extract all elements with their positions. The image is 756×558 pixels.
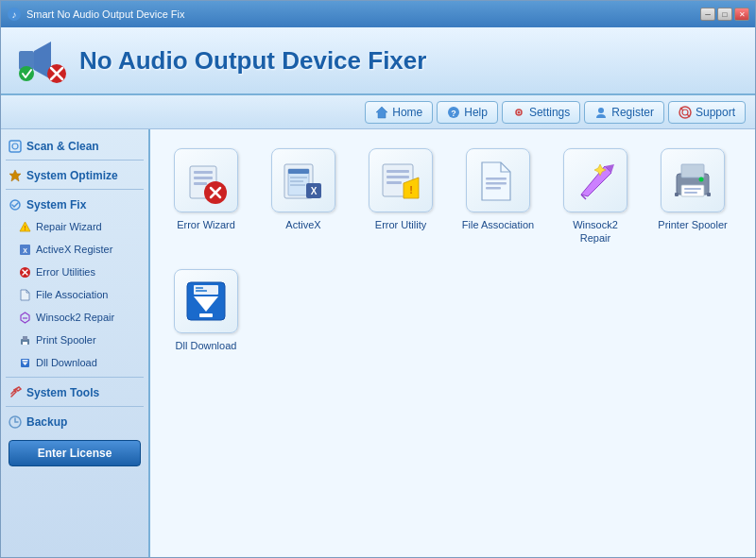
sidebar-item-dll-download[interactable]: Dll Download bbox=[1, 351, 148, 374]
svg-rect-68 bbox=[707, 193, 711, 196]
tool-printer-spooler[interactable]: Printer Spooler bbox=[651, 144, 734, 250]
svg-rect-73 bbox=[196, 290, 207, 292]
app-icon: ♪ bbox=[7, 7, 22, 22]
sidebar-section-fix[interactable]: System Fix bbox=[1, 193, 148, 215]
svg-rect-74 bbox=[199, 313, 213, 317]
svg-rect-52 bbox=[387, 176, 409, 178]
winsock-icon bbox=[18, 311, 31, 324]
register-button[interactable]: Register bbox=[584, 101, 664, 124]
tool-error-utility-label: Error Utility bbox=[375, 218, 426, 231]
svg-rect-58 bbox=[486, 187, 501, 190]
svg-point-18 bbox=[12, 144, 18, 149]
tool-winsock2-label: Winsock2 Repair bbox=[558, 218, 632, 245]
svg-rect-53 bbox=[387, 181, 402, 184]
sidebar-item-winsock2[interactable]: Winsock2 Repair bbox=[1, 306, 148, 329]
divider-4 bbox=[6, 406, 144, 407]
support-button[interactable]: Support bbox=[668, 101, 746, 124]
header-banner: No Audio Output Device Fixer bbox=[1, 27, 755, 95]
home-button[interactable]: Home bbox=[365, 101, 433, 124]
tool-grid: Error Wizard X bbox=[164, 144, 741, 357]
svg-rect-38 bbox=[194, 182, 207, 185]
tool-file-association-label: File Association bbox=[462, 218, 534, 231]
svg-rect-65 bbox=[684, 192, 697, 194]
svg-text:!: ! bbox=[409, 184, 413, 195]
svg-point-12 bbox=[598, 108, 604, 113]
content-area: Scan & Clean System Optimize System Fix bbox=[1, 129, 755, 557]
file-association-icon-box bbox=[466, 148, 530, 212]
support-icon bbox=[679, 106, 692, 119]
svg-rect-62 bbox=[681, 164, 704, 178]
header-title: No Audio Output Device Fixer bbox=[79, 46, 426, 76]
file-association-icon bbox=[474, 157, 522, 204]
file-assoc-icon bbox=[18, 288, 31, 301]
sidebar-section-optimize[interactable]: System Optimize bbox=[1, 163, 148, 186]
minimize-button[interactable]: ─ bbox=[700, 8, 715, 21]
fix-icon bbox=[9, 198, 22, 211]
header-icon bbox=[15, 34, 68, 87]
close-button[interactable]: ✕ bbox=[734, 8, 749, 21]
home-icon bbox=[375, 106, 388, 119]
svg-rect-37 bbox=[194, 177, 213, 179]
sidebar-item-activex[interactable]: X ActiveX Register bbox=[1, 238, 148, 261]
optimize-icon bbox=[9, 169, 22, 182]
error-utility-icon: ! bbox=[377, 157, 424, 204]
enter-license-button[interactable]: Enter License bbox=[9, 440, 141, 466]
help-icon: ? bbox=[447, 106, 460, 119]
svg-rect-44 bbox=[288, 169, 309, 174]
svg-text:?: ? bbox=[451, 109, 456, 118]
svg-point-7 bbox=[19, 66, 34, 81]
sidebar-section-tools[interactable]: System Tools bbox=[1, 380, 148, 403]
tool-dll-download-label: Dll Download bbox=[176, 339, 237, 352]
sidebar-item-print-spooler[interactable]: Print Spooler bbox=[1, 329, 148, 351]
error-utilities-icon bbox=[18, 265, 31, 279]
dll-download-icon bbox=[182, 278, 230, 325]
toolbar: Home ? Help Settings Register bbox=[1, 95, 755, 129]
settings-button[interactable]: Settings bbox=[502, 101, 580, 124]
sidebar-item-repair-wizard[interactable]: ! Repair Wizard bbox=[1, 215, 148, 238]
dll-sidebar-icon bbox=[18, 356, 31, 369]
error-wizard-icon-box bbox=[174, 148, 238, 212]
maximize-button[interactable]: □ bbox=[717, 8, 732, 21]
sidebar-section-scan[interactable]: Scan & Clean bbox=[1, 134, 148, 157]
divider-3 bbox=[6, 377, 144, 378]
activex-icon: X bbox=[280, 157, 327, 204]
svg-rect-36 bbox=[194, 171, 213, 174]
winsock2-icon bbox=[572, 157, 619, 204]
scan-icon bbox=[9, 140, 22, 153]
activex-icon: X bbox=[18, 243, 31, 256]
sidebar-section-backup[interactable]: Backup bbox=[1, 410, 148, 432]
tool-error-utility[interactable]: ! Error Utility bbox=[359, 144, 442, 250]
svg-rect-51 bbox=[387, 170, 409, 173]
title-bar: ♪ Smart No Audio Output Device Fix ─ □ ✕ bbox=[1, 1, 755, 27]
svg-point-11 bbox=[517, 110, 520, 113]
sidebar-item-error-utilities[interactable]: Error Utilities bbox=[1, 261, 148, 283]
divider-2 bbox=[6, 189, 144, 190]
error-utility-icon-box: ! bbox=[369, 148, 433, 212]
tool-activex[interactable]: X ActiveX bbox=[262, 144, 345, 250]
svg-point-66 bbox=[699, 178, 704, 182]
svg-text:!: ! bbox=[24, 225, 26, 231]
tool-file-association[interactable]: File Association bbox=[456, 144, 540, 250]
tool-winsock2[interactable]: Winsock2 Repair bbox=[554, 144, 637, 250]
window-controls: ─ □ ✕ bbox=[700, 8, 749, 21]
svg-text:X: X bbox=[311, 186, 318, 196]
help-button[interactable]: ? Help bbox=[437, 101, 498, 124]
backup-icon bbox=[9, 415, 22, 429]
window-title: Smart No Audio Output Device Fix bbox=[26, 8, 185, 20]
svg-rect-63 bbox=[681, 185, 704, 196]
sidebar-item-file-association[interactable]: File Association bbox=[1, 283, 148, 306]
tool-dll-download[interactable]: Dll Download bbox=[164, 264, 248, 357]
error-wizard-icon bbox=[182, 157, 230, 204]
warning-icon: ! bbox=[18, 220, 31, 233]
tool-error-wizard[interactable]: Error Wizard bbox=[164, 144, 248, 250]
svg-rect-33 bbox=[22, 360, 27, 362]
dll-download-icon-box bbox=[174, 269, 238, 333]
main-panel: Error Wizard X bbox=[150, 129, 755, 557]
svg-rect-72 bbox=[196, 287, 203, 289]
printer-spooler-icon bbox=[669, 157, 716, 204]
sidebar: Scan & Clean System Optimize System Fix bbox=[1, 129, 150, 557]
svg-rect-57 bbox=[486, 182, 507, 185]
activex-icon-box: X bbox=[271, 148, 335, 212]
svg-rect-17 bbox=[9, 141, 21, 152]
register-icon bbox=[594, 106, 608, 119]
